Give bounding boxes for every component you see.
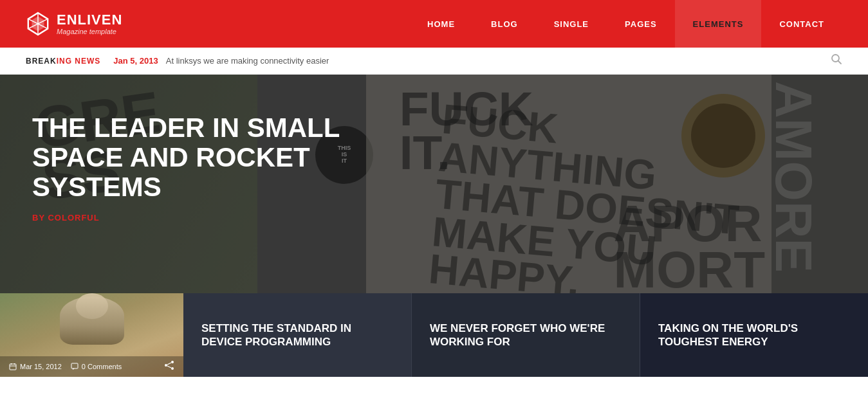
card-4-title: TAKING ON THE WORLD'S TOUGHEST ENERGY bbox=[658, 322, 850, 349]
logo-tagline: Magazine template bbox=[57, 28, 122, 35]
nav-elements[interactable]: ELEMENTS bbox=[675, 0, 762, 48]
card-3-title: WE NEVER FORGET WHO WE'RE WORKING FOR bbox=[430, 322, 622, 349]
site-header: ENLIVEN Magazine template HOME BLOG SING… bbox=[0, 0, 868, 48]
calendar-icon bbox=[9, 363, 17, 370]
svg-line-6 bbox=[838, 61, 842, 64]
search-icon[interactable] bbox=[831, 53, 842, 68]
hero-content: THE LEADER IN SMALL SPACE AND ROCKET SYS… bbox=[0, 75, 868, 261]
nav-contact[interactable]: CONTACT bbox=[761, 0, 842, 48]
hero-section: GRESS THISISIT FUCKIT. FUCKANYTHINGTHAT … bbox=[0, 75, 868, 293]
logo-name: ENLIVEN bbox=[57, 12, 122, 28]
logo-icon bbox=[26, 12, 50, 36]
logo[interactable]: ENLIVEN Magazine template bbox=[26, 12, 122, 36]
card-comments: 0 Comments bbox=[82, 363, 122, 370]
card-image: Mar 15, 2012 0 Comments bbox=[0, 293, 183, 377]
comment-icon bbox=[71, 363, 78, 370]
share-icon bbox=[164, 360, 174, 370]
nav-single[interactable]: SINGLE bbox=[536, 0, 607, 48]
hero-title: THE LEADER IN SMALL SPACE AND ROCKET SYS… bbox=[32, 113, 405, 203]
card-share-icon[interactable] bbox=[164, 360, 174, 373]
nav-blog[interactable]: BLOG bbox=[473, 0, 536, 48]
main-nav: HOME BLOG SINGLE PAGES ELEMENTS CONTACT bbox=[409, 0, 842, 48]
hero-author: BY COLORFUL bbox=[32, 213, 836, 223]
card-4[interactable]: TAKING ON THE WORLD'S TOUGHEST ENERGY bbox=[640, 293, 868, 377]
card-image-meta: Mar 15, 2012 0 Comments bbox=[0, 356, 183, 377]
svg-point-12 bbox=[171, 361, 174, 363]
card-2[interactable]: SETTING THE STANDARD IN DEVICE PROGRAMMI… bbox=[183, 293, 412, 377]
card-3[interactable]: WE NEVER FORGET WHO WE'RE WORKING FOR bbox=[412, 293, 640, 377]
breaking-text: At linksys we are making connectivity ea… bbox=[166, 56, 329, 66]
svg-rect-7 bbox=[10, 364, 16, 370]
breaking-news-bar: BREAKING NEWS Jan 5, 2013 At linksys we … bbox=[0, 48, 868, 75]
card-date: Mar 15, 2012 bbox=[20, 363, 62, 370]
breaking-label-red: ING NEWS bbox=[57, 57, 101, 66]
svg-line-15 bbox=[167, 363, 171, 365]
card-2-title: SETTING THE STANDARD IN DEVICE PROGRAMMI… bbox=[201, 322, 393, 349]
svg-point-14 bbox=[171, 367, 174, 370]
hero-author-prefix: BY bbox=[32, 213, 45, 223]
breaking-date: Jan 5, 2013 bbox=[113, 56, 158, 66]
nav-pages[interactable]: PAGES bbox=[607, 0, 675, 48]
svg-line-16 bbox=[167, 366, 171, 368]
logo-text: ENLIVEN Magazine template bbox=[57, 12, 122, 35]
card-comments-item: 0 Comments bbox=[71, 363, 122, 370]
card-date-item: Mar 15, 2012 bbox=[9, 363, 62, 370]
svg-rect-11 bbox=[71, 363, 78, 368]
nav-home[interactable]: HOME bbox=[409, 0, 473, 48]
cards-row: Mar 15, 2012 0 Comments S bbox=[0, 293, 868, 377]
svg-point-13 bbox=[165, 364, 167, 367]
breaking-label: BREAKING NEWS bbox=[26, 57, 100, 66]
hero-author-name: COLORFUL bbox=[48, 213, 99, 223]
